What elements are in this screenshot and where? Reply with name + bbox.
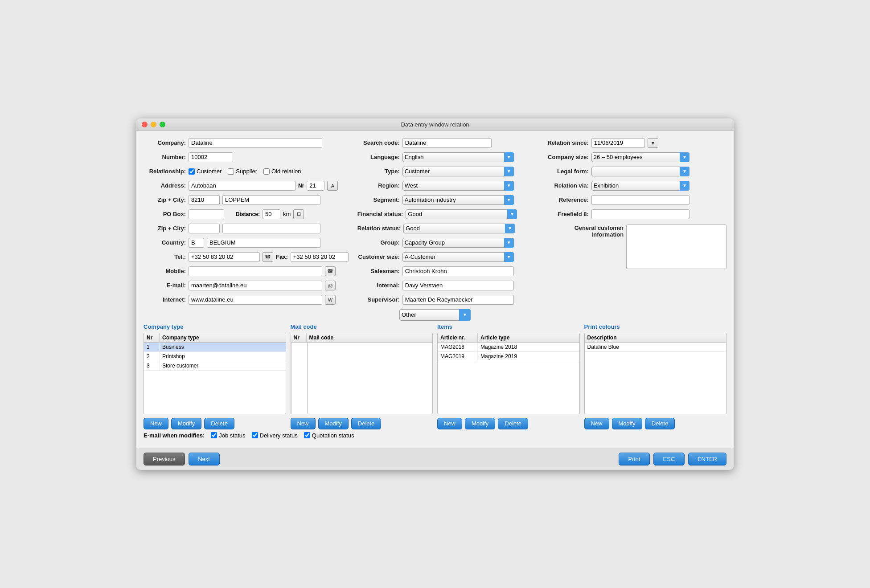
fax-input[interactable]	[291, 252, 349, 262]
items-modify-button[interactable]: Modify	[465, 418, 495, 429]
mail-code-new-button[interactable]: New	[291, 418, 316, 429]
mobile-icon-button[interactable]: ☎	[325, 266, 336, 276]
internal-input[interactable]	[402, 281, 514, 290]
print-colours-panel: Print colours Description Dataline Blue …	[584, 323, 727, 429]
items-delete-button[interactable]: Delete	[498, 418, 528, 429]
zip-input[interactable]	[189, 195, 220, 205]
customer-checkbox[interactable]	[189, 168, 195, 175]
search-code-row: Search code:	[357, 137, 538, 149]
other-select-wrapper: Other ▼	[399, 309, 471, 321]
address-icon-button[interactable]: A	[327, 181, 338, 191]
po-box-label: PO Box:	[144, 211, 186, 217]
table-row[interactable]: MAG2019 Magazine 2019	[438, 352, 579, 361]
print-colours-modify-button[interactable]: Modify	[612, 418, 642, 429]
segment-select[interactable]: Automation industry	[402, 195, 514, 205]
email-input[interactable]	[189, 281, 322, 290]
city2-input[interactable]	[222, 224, 320, 233]
mail-code-modify-button[interactable]: Modify	[318, 418, 349, 429]
country-code-input[interactable]	[189, 238, 204, 248]
country-name-input[interactable]	[207, 238, 320, 248]
company-type-panel: Company type Nr Company type 1 Business …	[144, 323, 286, 429]
job-status-checkbox[interactable]	[211, 432, 217, 438]
freefield-input[interactable]	[591, 209, 689, 219]
relation-status-select[interactable]: Good	[403, 224, 515, 233]
relationship-checkboxes: Customer Supplier Old relation	[189, 168, 301, 175]
items-new-button[interactable]: New	[437, 418, 462, 429]
other-dropdown-row: Other ▼	[144, 309, 726, 321]
company-type-val-1: Business	[160, 343, 286, 351]
number-input[interactable]	[189, 152, 233, 162]
salesman-input[interactable]	[402, 266, 514, 276]
esc-button[interactable]: ESC	[653, 453, 685, 466]
general-info-row: General customer information	[546, 225, 726, 269]
company-type-new-button[interactable]: New	[144, 418, 168, 429]
mobile-input[interactable]	[189, 266, 322, 276]
relation-since-calendar-button[interactable]: ▼	[648, 138, 658, 148]
zip-city2-row: Zip + City:	[144, 223, 349, 234]
group-select[interactable]: Capacity Group	[402, 238, 514, 248]
po-box-input[interactable]	[189, 209, 224, 219]
distance-input[interactable]	[263, 209, 280, 219]
company-size-label: Company size:	[546, 154, 589, 160]
nr-input[interactable]	[307, 181, 324, 191]
table-row[interactable]: 2 Printshop	[144, 352, 286, 361]
legal-form-select[interactable]	[591, 167, 689, 176]
zip2-input[interactable]	[189, 224, 220, 233]
delivery-status-checkbox[interactable]	[252, 432, 258, 438]
tel-icon-button[interactable]: ☎	[263, 252, 273, 262]
relation-since-row: Relation since: ▼	[546, 137, 726, 149]
old-relation-checkbox[interactable]	[263, 168, 270, 175]
table-row[interactable]: Dataline Blue	[585, 343, 726, 352]
distance-icon-button[interactable]: ⊡	[293, 209, 304, 219]
internet-icon-button[interactable]: W	[325, 295, 336, 305]
address-input[interactable]	[189, 181, 295, 191]
relation-since-input[interactable]	[591, 138, 645, 148]
print-button[interactable]: Print	[619, 453, 650, 466]
table-row[interactable]: MAG2018 Magazine 2018	[438, 343, 579, 352]
region-select[interactable]: West	[402, 181, 514, 191]
company-type-delete-button[interactable]: Delete	[204, 418, 234, 429]
quotation-status-checkbox[interactable]	[304, 432, 310, 438]
mail-code-delete-button[interactable]: Delete	[351, 418, 382, 429]
enter-button[interactable]: ENTER	[688, 453, 726, 466]
language-select[interactable]: English	[402, 152, 514, 162]
tel-input[interactable]	[189, 252, 260, 262]
po-distance-row: PO Box: Distance: km ⊡	[144, 208, 349, 220]
company-type-modify-button[interactable]: Modify	[171, 418, 201, 429]
print-colours-new-button[interactable]: New	[584, 418, 609, 429]
left-column: Company: Number: Relationship: Customer	[144, 137, 349, 306]
next-button[interactable]: Next	[189, 453, 220, 466]
city-input[interactable]	[222, 195, 320, 205]
general-info-textarea[interactable]	[626, 225, 726, 269]
search-code-input[interactable]	[402, 138, 492, 148]
tel-row: Tel.: ☎ Fax:	[144, 251, 349, 263]
segment-label: Segment:	[357, 196, 400, 203]
table-row[interactable]: 1 Business	[144, 343, 286, 352]
email-icon-button[interactable]: @	[325, 281, 336, 290]
job-status-label: Job status	[219, 432, 245, 439]
internet-row: Internet: W	[144, 294, 349, 306]
item-nr-1: MAG2018	[438, 343, 478, 351]
type-select[interactable]: Customer	[402, 167, 514, 176]
maximize-button[interactable]	[160, 122, 165, 127]
table-row[interactable]: 3 Store customer	[144, 361, 286, 371]
close-button[interactable]	[142, 122, 148, 127]
customer-size-select[interactable]: A-Customer	[402, 252, 514, 262]
print-colours-delete-button[interactable]: Delete	[645, 418, 675, 429]
supervisor-input[interactable]	[402, 295, 514, 305]
company-input[interactable]	[189, 138, 322, 148]
supplier-checkbox[interactable]	[228, 168, 234, 175]
internet-input[interactable]	[189, 295, 322, 305]
other-select[interactable]: Other	[399, 309, 471, 321]
company-type-nr-3: 3	[144, 361, 160, 370]
reference-input[interactable]	[591, 195, 689, 205]
financial-status-select[interactable]: Good	[406, 209, 517, 219]
supervisor-row: Supervisor:	[357, 294, 538, 306]
relation-status-label: Relation status:	[357, 225, 401, 232]
minimize-button[interactable]	[151, 122, 156, 127]
relation-via-select[interactable]: Exhibition	[591, 181, 689, 191]
main-content: Company: Number: Relationship: Customer	[136, 131, 734, 444]
company-size-select[interactable]: 26 – 50 employees	[591, 152, 689, 162]
footer-right: Print ESC ENTER	[619, 453, 726, 466]
previous-button[interactable]: Previous	[144, 453, 185, 466]
